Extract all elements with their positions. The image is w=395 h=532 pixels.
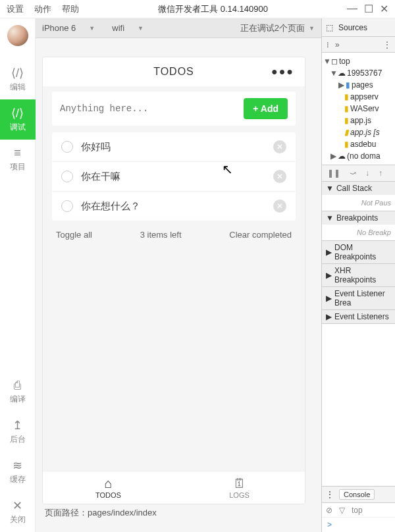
network-select[interactable]: wifi ▼ xyxy=(112,23,144,33)
compile-icon: ⎙ xyxy=(0,379,36,392)
footer-row: Toggle all 3 items left Clear completed xyxy=(52,221,296,249)
path-value: pages/index/index xyxy=(88,508,157,518)
todo-text: 你在干嘛 xyxy=(81,171,120,183)
section-title: Event Listeners xyxy=(334,312,389,321)
console-prompt[interactable]: > xyxy=(322,518,395,532)
console-bar: ⋮ Console xyxy=(322,486,395,503)
step-out-icon[interactable]: ↑ xyxy=(379,169,382,178)
nav-label: 关闭 xyxy=(10,515,26,524)
section-event-listener-bp[interactable]: ▶Event Listener Brea xyxy=(322,287,395,310)
todo-item[interactable]: 你好吗 ✕ xyxy=(52,132,296,162)
tab-todos[interactable]: ⌂ TODOS xyxy=(43,471,174,504)
tree-pages[interactable]: pages xyxy=(352,79,373,91)
simulator: TODOS ●●● + Add 你好吗 ✕ 你在干嘛 xyxy=(42,57,305,504)
tree-top[interactable]: top xyxy=(339,55,350,67)
delete-icon[interactable]: ✕ xyxy=(273,170,286,183)
nav-label: 项目 xyxy=(10,162,26,171)
pause-icon[interactable]: ❚❚ xyxy=(327,169,340,178)
checkbox-icon[interactable] xyxy=(61,200,73,212)
tree-file[interactable]: WAServ xyxy=(350,103,379,115)
clear-completed[interactable]: Clear completed xyxy=(229,230,292,240)
kebab-icon[interactable]: ⋮ xyxy=(383,40,391,49)
nav-compile[interactable]: ⎙ 编译 xyxy=(0,372,36,412)
left-sidebar: ⟨/⟩ 编辑 ⟨/⟩ 调试 ≡ 项目 ⎙ 编译 ↥ 后台 ≋ 缓存 ✕ 关闭 xyxy=(0,18,36,532)
section-breakpoints[interactable]: ▼Breakpoints No Breakp xyxy=(322,211,395,241)
tree-file[interactable]: app.js xyxy=(350,115,371,126)
console-tab[interactable]: Console xyxy=(339,489,375,500)
devtools-tabs: ⬚ Sources xyxy=(322,18,395,37)
section-dom-breakpoints[interactable]: ▶DOM Breakpoints xyxy=(322,241,395,264)
todo-list: 你好吗 ✕ 你在干嘛 ✕ 你在想什么？ ✕ xyxy=(52,132,296,221)
tree-domain[interactable]: 19953767 xyxy=(347,67,382,79)
tabbar: ⌂ TODOS 🗓 LOGS xyxy=(43,471,305,504)
todo-input[interactable] xyxy=(60,103,244,114)
device-select[interactable]: iPhone 6 ▼ xyxy=(42,23,95,33)
checkbox-icon[interactable] xyxy=(61,171,73,182)
console-scope[interactable]: top xyxy=(352,506,363,515)
step-over-icon[interactable]: ⤻ xyxy=(350,169,356,178)
tree-file[interactable]: asdebu xyxy=(350,138,376,150)
add-button[interactable]: + Add xyxy=(244,98,288,119)
section-body: Not Paus xyxy=(322,195,395,211)
section-title: Breakpoints xyxy=(336,213,378,223)
section-title: Event Listener Brea xyxy=(334,289,391,307)
nav-project[interactable]: ≡ 项目 xyxy=(0,140,36,179)
sources-toolbar: ⫶ » ⋮ xyxy=(322,37,395,53)
section-title: XHR Breakpoints xyxy=(334,266,391,284)
filter-icon[interactable]: ▽ xyxy=(339,506,345,515)
section-xhr-breakpoints[interactable]: ▶XHR Breakpoints xyxy=(322,264,395,287)
menu-help[interactable]: 帮助 xyxy=(62,3,79,15)
devtools: ⬚ Sources ⫶ » ⋮ ▼◻top ▼☁19953767 ▶▮pages… xyxy=(321,18,395,532)
nav-icon[interactable]: ⫶ xyxy=(326,40,330,49)
maximize-icon[interactable]: ☐ xyxy=(364,3,373,15)
nav-edit[interactable]: ⟨/⟩ 编辑 xyxy=(0,59,36,99)
nav-label: 调试 xyxy=(10,122,26,132)
section-callstack[interactable]: ▼Call Stack Not Paus xyxy=(322,182,395,211)
nav-cache[interactable]: ≋ 缓存 xyxy=(0,452,36,492)
inspect-icon[interactable]: ⬚ xyxy=(326,23,333,32)
kebab-icon[interactable]: ⋮ xyxy=(326,490,334,499)
tree-nodomain[interactable]: (no doma xyxy=(347,150,381,162)
section-event-listeners[interactable]: ▶Event Listeners xyxy=(322,310,395,324)
more-icon[interactable]: ●●● xyxy=(271,66,294,78)
tab-sources[interactable]: Sources xyxy=(338,23,367,32)
nav-background[interactable]: ↥ 后台 xyxy=(0,412,36,452)
debug-controls: ❚❚ ⤻ ↓ ↑ xyxy=(322,165,395,182)
nav-label: 编译 xyxy=(10,394,26,404)
nav-close[interactable]: ✕ 关闭 xyxy=(0,492,36,532)
step-into-icon[interactable]: ↓ xyxy=(365,169,369,178)
menu-settings[interactable]: 设置 xyxy=(7,3,24,15)
input-row: + Add xyxy=(52,92,296,126)
nav-debug[interactable]: ⟨/⟩ 调试 xyxy=(0,99,36,140)
menu-action[interactable]: 动作 xyxy=(34,3,51,15)
nav-label: 缓存 xyxy=(10,475,26,484)
tree-file[interactable]: app.js [s xyxy=(350,126,380,138)
debug-select[interactable]: 正在调试2个页面 ▼ xyxy=(240,22,315,34)
chevron-down-icon: ▼ xyxy=(309,25,315,32)
code-icon: ⟨/⟩ xyxy=(0,66,36,80)
section-body: No Breakp xyxy=(322,225,395,240)
menu-icon: ≡ xyxy=(0,146,36,160)
checkbox-icon[interactable] xyxy=(61,141,73,153)
toggle-all[interactable]: Toggle all xyxy=(56,230,92,240)
nav-label: 编辑 xyxy=(10,82,26,92)
delete-icon[interactable]: ✕ xyxy=(273,200,286,213)
todo-item[interactable]: 你在干嘛 ✕ xyxy=(52,162,296,192)
tree-file[interactable]: appserv xyxy=(350,91,379,103)
console-filter: ⊘ ▽ top xyxy=(322,503,395,518)
items-left: 3 items left xyxy=(140,230,182,240)
upload-icon: ↥ xyxy=(0,418,36,433)
avatar[interactable] xyxy=(7,25,28,46)
close-icon[interactable]: ✕ xyxy=(380,3,388,15)
todo-item[interactable]: 你在想什么？ ✕ xyxy=(52,192,296,221)
file-tree: ▼◻top ▼☁19953767 ▶▮pages ▮appserv ▮WASer… xyxy=(322,53,395,165)
calendar-icon: 🗓 xyxy=(233,476,246,491)
delete-icon[interactable]: ✕ xyxy=(273,140,286,153)
more-icon[interactable]: » xyxy=(335,40,340,49)
minimize-icon[interactable]: — xyxy=(347,3,357,15)
page-title: TODOS xyxy=(153,66,194,78)
x-icon: ✕ xyxy=(0,498,36,513)
tab-logs[interactable]: 🗓 LOGS xyxy=(174,471,305,504)
center-panel: iPhone 6 ▼ wifi ▼ 正在调试2个页面 ▼ TODOS ●●● +… xyxy=(36,18,321,532)
clear-icon[interactable]: ⊘ xyxy=(326,506,332,515)
